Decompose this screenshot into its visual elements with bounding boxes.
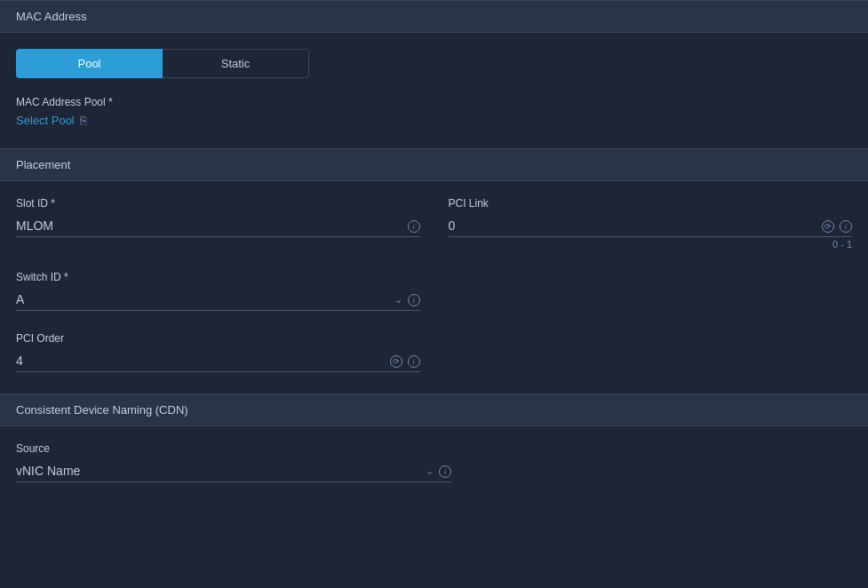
pool-toggle-button[interactable]: Pool [16, 49, 163, 78]
placement-section: Placement Slot ID * i [0, 148, 868, 393]
slot-id-info-icon: i [408, 220, 420, 233]
switch-id-required: * [64, 271, 68, 283]
source-select-wrapper: vNIC Name User Defined ⌄ i [16, 460, 451, 482]
switch-id-select[interactable]: A B [16, 289, 420, 311]
placement-content: Slot ID * i PCI Link [0, 181, 868, 393]
pci-link-label: PCI Link [449, 197, 853, 210]
cdn-section: Consistent Device Naming (CDN) Source vN… [0, 393, 868, 504]
cdn-header: Consistent Device Naming (CDN) [0, 393, 868, 426]
pci-order-info-icon: i [408, 355, 420, 368]
pci-order-icons: ⟳ i [390, 355, 420, 368]
switch-id-icons: ⌄ i [394, 294, 420, 306]
toggle-row: Pool Static [16, 49, 852, 78]
required-marker: * [108, 96, 113, 108]
select-pool-link[interactable]: Select Pool ⎘ [16, 114, 852, 127]
cdn-content: Source vNIC Name User Defined ⌄ i [0, 426, 868, 504]
placement-title: Placement [16, 158, 70, 171]
mac-address-pool-field: MAC Address Pool * Select Pool ⎘ [16, 96, 852, 127]
pci-link-icons: ⟳ i [822, 220, 852, 233]
mac-address-title: MAC Address [16, 10, 86, 23]
pci-link-field: PCI Link ⟳ i 0 - 1 [449, 197, 853, 250]
switch-id-info-button[interactable]: i [408, 294, 420, 306]
mac-address-content: Pool Static MAC Address Pool * Select Po… [0, 33, 868, 148]
pci-order-field: PCI Order ⟳ i [16, 332, 420, 372]
switch-id-label: Switch ID * [16, 271, 420, 283]
clipboard-icon: ⎘ [80, 114, 87, 127]
pci-order-label: PCI Order [16, 332, 420, 345]
mac-address-section: MAC Address Pool Static MAC Address Pool… [0, 0, 868, 148]
select-pool-text: Select Pool [16, 114, 75, 127]
pci-link-info-icon: i [840, 220, 852, 233]
mac-address-pool-label: MAC Address Pool * [16, 96, 852, 108]
source-chevron-icon: ⌄ [426, 465, 434, 477]
placement-fields-grid: Slot ID * i PCI Link [16, 197, 852, 372]
switch-id-chevron-icon: ⌄ [394, 294, 402, 306]
source-label: Source [16, 442, 451, 455]
pci-link-spinner-icon: ⟳ [822, 220, 834, 233]
pci-link-spinner-button[interactable]: ⟳ [822, 220, 834, 233]
slot-id-icons: i [408, 220, 420, 233]
pci-link-input-wrapper: ⟳ i [449, 215, 853, 237]
mac-address-header: MAC Address [0, 0, 868, 33]
source-icons: ⌄ i [426, 465, 451, 478]
slot-id-info-button[interactable]: i [408, 220, 420, 233]
pci-order-input-wrapper: ⟳ i [16, 350, 420, 372]
slot-id-required: * [51, 197, 55, 210]
slot-id-input[interactable] [16, 215, 420, 237]
slot-id-field: Slot ID * i [16, 197, 420, 250]
switch-id-info-icon: i [408, 294, 420, 306]
switch-id-select-wrapper: A B ⌄ i [16, 289, 420, 311]
source-select[interactable]: vNIC Name User Defined [16, 460, 451, 482]
pci-order-input[interactable] [16, 350, 420, 372]
static-toggle-button[interactable]: Static [163, 49, 309, 78]
empty-cell [449, 271, 853, 311]
slot-id-input-wrapper: i [16, 215, 420, 237]
slot-id-label: Slot ID * [16, 197, 420, 210]
source-info-button[interactable]: i [439, 465, 451, 478]
pci-link-range: 0 - 1 [449, 239, 853, 250]
cdn-title: Consistent Device Naming (CDN) [16, 403, 188, 417]
pci-link-info-button[interactable]: i [840, 220, 852, 233]
source-info-icon: i [439, 465, 451, 478]
pci-link-input[interactable] [449, 215, 853, 237]
pci-order-spinner-icon: ⟳ [390, 355, 402, 368]
pci-order-info-button[interactable]: i [408, 355, 420, 368]
switch-id-field: Switch ID * A B ⌄ i [16, 271, 420, 311]
placement-header: Placement [0, 148, 868, 181]
source-field: Source vNIC Name User Defined ⌄ i [16, 442, 451, 482]
pci-order-spinner-button[interactable]: ⟳ [390, 355, 402, 368]
